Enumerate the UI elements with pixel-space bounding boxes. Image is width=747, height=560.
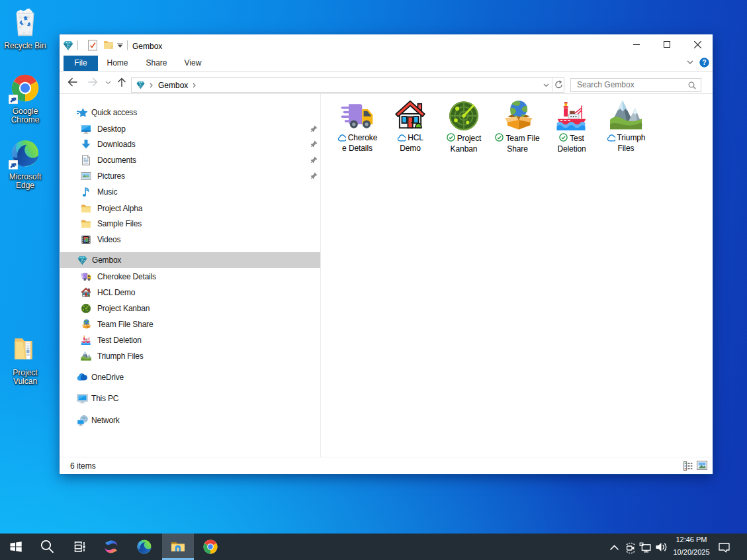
svg-text:?: ?: [702, 58, 706, 66]
